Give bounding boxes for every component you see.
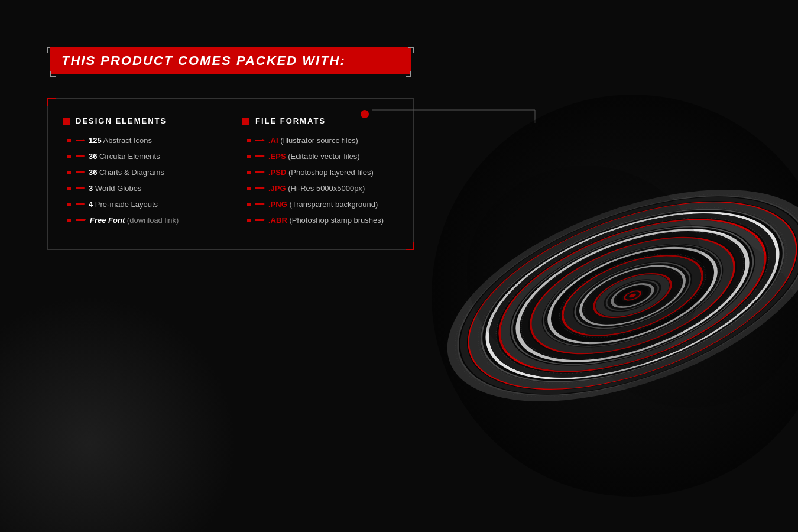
- list-item: Free Font (download link): [63, 216, 219, 225]
- formats-heading: FILE FORMATS: [255, 116, 326, 125]
- svg-point-44: [585, 231, 798, 408]
- design-elements-column: DESIGN ELEMENTS 125 Abstract Icons 36 Ci…: [63, 116, 219, 232]
- svg-point-13: [494, 199, 771, 392]
- svg-point-36: [490, 196, 774, 395]
- svg-point-29: [609, 279, 656, 312]
- item-label: 36 Circular Elements: [89, 152, 160, 161]
- svg-point-23: [566, 249, 698, 342]
- item-label: 125 Abstract Icons: [89, 136, 152, 145]
- title-box: THIS PRODUCT COMES PACKED WITH:: [47, 47, 414, 74]
- list-item: 125 Abstract Icons: [63, 136, 219, 145]
- arrow-icon: [255, 187, 264, 189]
- item-label: .JPG (Hi-Res 5000x5000px): [268, 184, 365, 193]
- svg-point-38: [519, 216, 747, 375]
- bullet-icon: [247, 187, 251, 190]
- svg-point-39: [533, 226, 732, 365]
- svg-point-16: [516, 214, 749, 377]
- item-label: 36 Charts & Diagrams: [89, 168, 164, 177]
- design-heading: DESIGN ELEMENTS: [76, 116, 167, 125]
- svg-point-21: [552, 239, 712, 352]
- design-section-header: DESIGN ELEMENTS: [63, 116, 219, 125]
- connector-dot: [361, 110, 369, 118]
- svg-point-32: [628, 293, 636, 298]
- svg-point-42: [577, 257, 688, 335]
- arrow-icon: [76, 171, 84, 173]
- item-label: .EPS (Editable vector files): [268, 152, 360, 161]
- svg-point-25: [581, 259, 685, 332]
- svg-point-12: [486, 193, 778, 398]
- arrow-icon: [255, 203, 264, 205]
- svg-point-26: [589, 265, 677, 326]
- arrow-icon: [76, 219, 85, 221]
- svg-point-14: [501, 203, 764, 388]
- spiral-decoration: [361, 47, 798, 508]
- svg-point-6: [445, 164, 798, 427]
- bullet-icon: [67, 155, 71, 158]
- svg-point-11: [480, 189, 785, 402]
- svg-point-43: [467, 166, 703, 378]
- svg-point-22: [559, 244, 706, 347]
- arrow-icon: [76, 155, 84, 157]
- svg-point-24: [573, 254, 692, 338]
- bullet-icon: [67, 187, 71, 190]
- svg-point-40: [549, 237, 716, 355]
- svg-point-34: [455, 171, 798, 419]
- svg-point-2: [432, 95, 798, 497]
- list-item: .ABR (Photoshop stamp brushes): [242, 216, 398, 225]
- formats-section-header: FILE FORMATS: [242, 116, 398, 125]
- item-label: 3 World Globes: [89, 184, 141, 193]
- bullet-icon: [247, 171, 251, 174]
- bullet-icon: [67, 219, 71, 222]
- item-label: .PSD (Photoshop layered files): [268, 168, 374, 177]
- list-item: .JPG (Hi-Res 5000x5000px): [242, 184, 398, 193]
- item-label: 4 Pre-made Layouts: [89, 200, 158, 209]
- arrow-icon: [76, 140, 84, 141]
- item-label: .AI (Illustrator source files): [268, 136, 358, 145]
- arrow-icon: [76, 187, 84, 189]
- list-item: 36 Circular Elements: [63, 152, 219, 161]
- list-item: .PNG (Transparent background): [242, 200, 398, 209]
- item-label: Free Font (download link): [90, 216, 179, 225]
- svg-point-3: [426, 151, 798, 440]
- design-icon: [63, 118, 70, 125]
- list-item: .PSD (Photoshop layered files): [242, 168, 398, 177]
- svg-point-5: [439, 160, 798, 432]
- bullet-icon: [247, 203, 251, 206]
- svg-point-30: [617, 285, 648, 307]
- formats-icon: [242, 118, 249, 125]
- bullet-icon: [67, 171, 71, 174]
- page-title: THIS PRODUCT COMES PACKED WITH:: [61, 53, 346, 68]
- bullet-icon: [247, 155, 251, 158]
- svg-point-31: [624, 289, 642, 301]
- list-item: .EPS (Editable vector files): [242, 152, 398, 161]
- list-item: 36 Charts & Diagrams: [63, 168, 219, 177]
- svg-point-19: [537, 229, 728, 362]
- svg-point-41: [563, 246, 702, 344]
- svg-point-27: [595, 270, 670, 322]
- item-label: .PNG (Transparent background): [268, 200, 378, 209]
- svg-point-17: [523, 219, 742, 372]
- svg-point-8: [459, 174, 798, 417]
- arrow-icon: [255, 171, 264, 173]
- info-panel: DESIGN ELEMENTS 125 Abstract Icons 36 Ci…: [47, 98, 414, 250]
- svg-point-20: [544, 234, 720, 357]
- item-label: .ABR (Photoshop stamp brushes): [268, 216, 384, 225]
- svg-point-9: [466, 179, 798, 413]
- bullet-icon: [247, 219, 251, 222]
- file-formats-column: FILE FORMATS .AI (Illustrator source fil…: [242, 116, 398, 232]
- bullet-icon: [67, 203, 71, 206]
- svg-point-35: [476, 186, 789, 405]
- svg-point-7: [452, 169, 798, 422]
- list-item: 3 World Globes: [63, 184, 219, 193]
- bullet-icon: [67, 139, 71, 142]
- arrow-icon: [255, 140, 264, 141]
- bullet-icon: [247, 139, 251, 142]
- svg-point-37: [504, 206, 760, 385]
- list-item: .AI (Illustrator source files): [242, 136, 398, 145]
- list-item: 4 Pre-made Layouts: [63, 200, 219, 209]
- arrow-icon: [76, 203, 84, 205]
- svg-point-18: [530, 224, 735, 367]
- svg-point-10: [472, 183, 793, 407]
- arrow-icon: [255, 155, 264, 157]
- svg-point-4: [432, 155, 798, 436]
